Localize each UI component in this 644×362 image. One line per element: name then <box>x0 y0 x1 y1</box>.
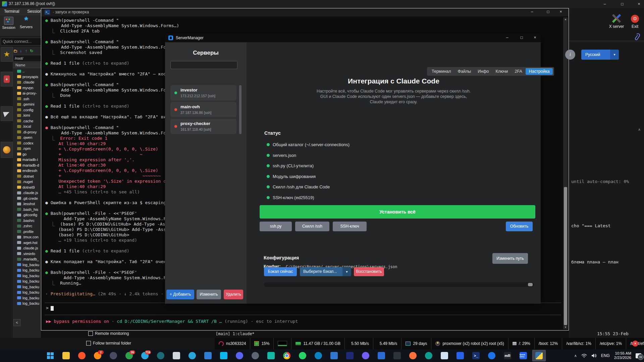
tab-инфо[interactable]: Инфо <box>474 68 492 75</box>
file-row[interactable]: .cache <box>13 118 41 124</box>
follow-terminal-folder-option[interactable]: Follow terminal folder <box>86 341 131 346</box>
web-button[interactable] <box>1 142 13 158</box>
quick-connect-input[interactable]: Quick connect... <box>1 38 41 46</box>
x-server-button[interactable]: X server <box>609 14 624 29</box>
python-terminal-icon[interactable] <box>532 350 546 361</box>
wifi-icon[interactable] <box>581 354 587 358</box>
quick-utmo-icon[interactable]: Quick utmo <box>517 350 530 361</box>
file-row[interactable]: .zshrc <box>13 223 41 229</box>
toolbar-button-servers[interactable]: *Servers <box>17 15 35 29</box>
server-card-investor[interactable]: investor173.212.212.157 [ssh] <box>170 85 236 101</box>
terminal-app-icon[interactable] <box>390 350 404 361</box>
component-button-2[interactable]: Скилл /ssh <box>295 222 329 231</box>
file-row[interactable]: .bashrc <box>13 218 41 224</box>
refresh-icon[interactable]: ↻ <box>29 49 34 53</box>
file-row[interactable]: .lesshst <box>13 201 41 207</box>
send-button[interactable] <box>1 106 13 121</box>
file-row[interactable]: log_backu <box>13 295 41 301</box>
scroll-up-icon[interactable]: ▲ <box>563 18 568 21</box>
install-all-button[interactable]: Установить всё <box>260 205 535 219</box>
delete-server-button[interactable]: Удалить <box>224 290 243 299</box>
tab-терминал[interactable]: Терминал <box>428 68 454 75</box>
server-card-main-ovh[interactable]: main-ovh37.187.136.86 [ssh] <box>170 102 236 117</box>
file-row[interactable]: .. <box>13 68 41 74</box>
mremoteng-icon[interactable]: mR <box>501 350 514 361</box>
file-row[interactable]: proxyapis <box>13 74 41 80</box>
file-row[interactable]: log_backu <box>13 262 41 268</box>
backup-now-button[interactable]: Бэкап сейчас <box>264 267 297 276</box>
tor-browser-icon[interactable] <box>107 350 120 361</box>
file-row[interactable]: .claude.js <box>13 245 41 251</box>
file-explorer-icon[interactable] <box>59 350 73 361</box>
file-row[interactable]: log_backu <box>13 267 41 273</box>
file-row[interactable]: .kimi <box>13 113 41 118</box>
steam-icon[interactable] <box>249 350 262 361</box>
file-row[interactable]: .nuget <box>13 179 41 185</box>
file-row[interactable]: endlessh <box>13 168 41 174</box>
minimize-icon[interactable]: – <box>600 1 610 7</box>
file-row[interactable]: .bash_his <box>13 207 41 213</box>
maximize-icon[interactable]: □ <box>517 34 527 41</box>
language-select[interactable]: Русский ▾ <box>581 50 619 60</box>
backup-select[interactable]: Выберите бэкап... ▾ <box>300 267 351 276</box>
close-icon[interactable]: × <box>530 34 540 41</box>
file-row[interactable]: .viminfo <box>13 251 41 257</box>
folder-sync-icon[interactable] <box>201 350 215 361</box>
upload-icon[interactable]: ↑ <box>23 49 29 53</box>
powershell-icon[interactable]: >_ <box>469 350 483 361</box>
file-row[interactable]: .git-crede <box>13 196 41 201</box>
file-row[interactable]: .qwen <box>13 135 41 140</box>
file-row[interactable]: .dotnet <box>13 174 41 179</box>
file-row[interactable]: .claude <box>13 79 41 85</box>
file-row[interactable]: .wget-hst <box>13 240 41 246</box>
file-row[interactable]: .gitconfig <box>13 212 41 218</box>
terminal-scrollbar[interactable]: ▲ ▼ <box>563 17 568 329</box>
claude-prompt[interactable]: > <box>46 305 54 311</box>
teams-teal-icon[interactable] <box>422 350 435 361</box>
server-card-proxy-checker[interactable]: proxy-checker161.97.118.40 [ssh] <box>170 119 236 134</box>
telegram-icon[interactable] <box>185 350 199 361</box>
file-row[interactable]: mariadb-i <box>13 157 41 163</box>
start-button-icon[interactable] <box>44 350 57 361</box>
teams-chat-icon[interactable] <box>264 350 278 361</box>
name-column-header[interactable]: Name <box>13 62 41 68</box>
file-row[interactable]: .di-proxy <box>13 129 41 135</box>
rstudio-icon[interactable] <box>438 350 451 361</box>
jetbrains-ide-icon[interactable] <box>343 350 357 361</box>
maximize-icon[interactable]: □ <box>617 1 627 7</box>
file-row[interactable]: .local <box>13 124 41 129</box>
component-button-1[interactable]: ssh.py <box>260 222 292 231</box>
horizontal-scrollbar[interactable] <box>264 282 534 287</box>
paperclip-icon[interactable] <box>635 33 641 40</box>
exit-button[interactable]: ⏼ Exit <box>629 15 641 29</box>
clock[interactable]: 10:55 AM 2/23/2026 <box>614 351 631 360</box>
scrollbar-thumb[interactable] <box>528 283 533 286</box>
discord-icon[interactable] <box>233 350 246 361</box>
tools-button[interactable] <box>1 72 13 86</box>
firefox-browser-icon[interactable]: 2 <box>91 350 104 361</box>
file-row[interactable]: log_backu <box>13 273 41 279</box>
server-search-input[interactable] <box>170 61 237 69</box>
tab-2fa[interactable]: 2FA <box>512 68 526 75</box>
file-row[interactable]: log_backu <box>13 290 41 295</box>
whatsapp-icon[interactable] <box>296 350 309 361</box>
speaker-icon[interactable] <box>591 353 597 358</box>
tab-файлы[interactable]: Файлы <box>454 68 475 75</box>
file-row[interactable]: log_backu <box>13 279 41 284</box>
toolbar-button-session[interactable]: Session <box>0 15 17 29</box>
language-indicator[interactable]: ENG <box>601 353 610 358</box>
firefox-dev-icon[interactable] <box>406 350 420 361</box>
file-row[interactable]: log_backu <box>13 284 41 290</box>
tray-chevron-up-icon[interactable]: ∧ <box>574 354 577 358</box>
paint-icon[interactable] <box>375 350 388 361</box>
panel-collapse-button[interactable]: < <box>13 319 20 326</box>
change-path-button[interactable]: Изменить путь <box>492 253 528 264</box>
file-row[interactable]: go <box>13 152 41 157</box>
chevron-up-icon[interactable]: ∧ <box>638 127 641 132</box>
tab-настройка[interactable]: Настройка <box>526 68 553 75</box>
green-browser-icon[interactable]: 26 <box>122 350 136 361</box>
folder-up-icon[interactable]: 🗀 <box>13 49 18 53</box>
file-row[interactable]: .ssh <box>13 96 41 102</box>
refresh-button[interactable]: Обновить <box>506 222 533 231</box>
scroll-down-icon[interactable]: ▼ <box>563 326 568 329</box>
